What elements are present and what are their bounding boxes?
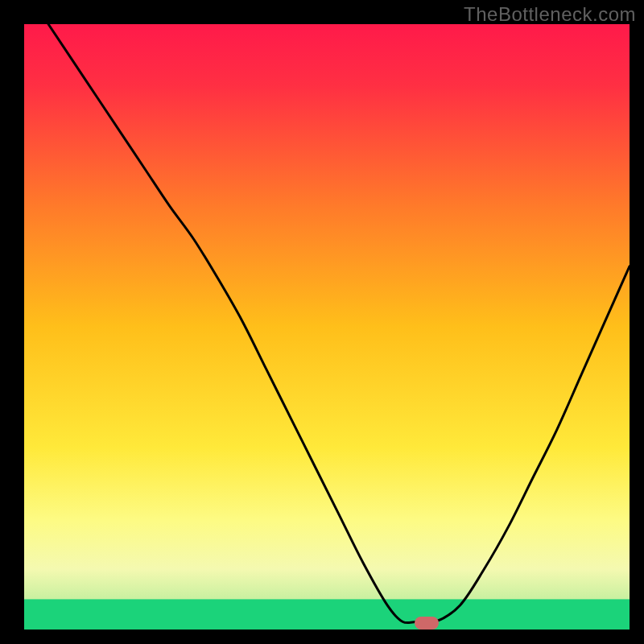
optimal-marker: [415, 617, 439, 630]
chart-frame: TheBottleneck.com: [0, 0, 644, 644]
svg-rect-0: [24, 24, 630, 630]
gradient-background: [24, 24, 630, 630]
plot-area: [24, 24, 630, 630]
watermark-text: TheBottleneck.com: [464, 3, 636, 26]
green-band: [24, 599, 630, 630]
